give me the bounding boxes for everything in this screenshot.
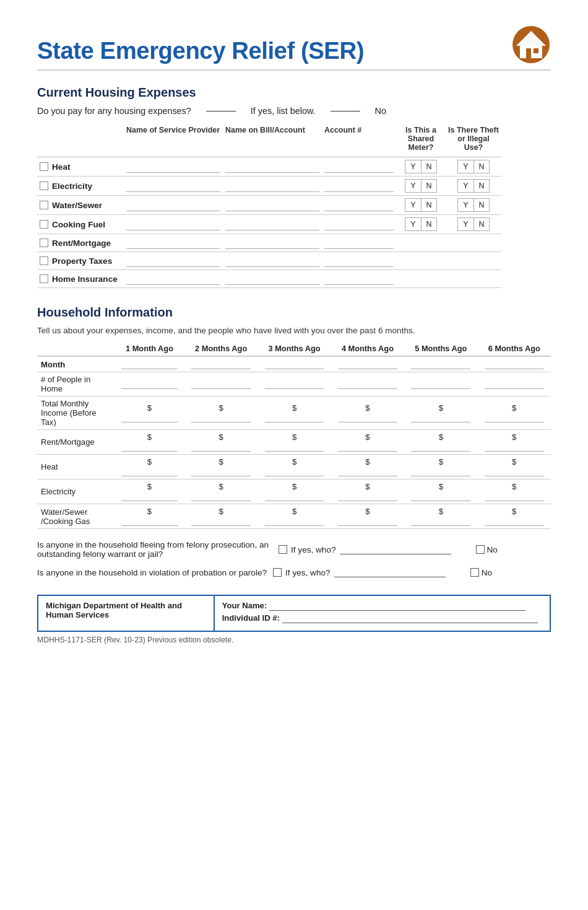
rent-name-input[interactable]: [225, 237, 319, 249]
hh-water-3-input[interactable]: [265, 516, 324, 526]
fleeing-if-yes-checkbox[interactable]: [279, 545, 287, 554]
probation-question-text: Is anyone in the household in violation …: [37, 568, 267, 577]
hh-water-5-input[interactable]: [411, 516, 470, 526]
cookingfuel-shared-n[interactable]: N: [421, 217, 437, 231]
hh-income-1-input[interactable]: [121, 413, 178, 422]
hh-month-1-input[interactable]: [121, 359, 178, 369]
hh-people-1-input[interactable]: [121, 379, 178, 389]
homeins-checkbox[interactable]: [40, 274, 48, 283]
cookingfuel-theft-y[interactable]: Y: [457, 217, 473, 231]
hh-rent-1-input[interactable]: [121, 442, 178, 452]
heat-shared-yn: Y N: [405, 160, 437, 173]
electricity-account-input[interactable]: [324, 180, 394, 192]
heat-theft-y[interactable]: Y: [457, 160, 473, 173]
hh-heat-4-input[interactable]: [338, 466, 397, 476]
homeins-account-input[interactable]: [324, 273, 394, 285]
hh-income-3-input[interactable]: [265, 413, 324, 422]
hh-people-4-input[interactable]: [338, 379, 397, 389]
hh-water-2-input[interactable]: [191, 516, 251, 526]
hh-people-3-input[interactable]: [265, 379, 324, 389]
rent-provider-input[interactable]: [126, 237, 220, 249]
hh-electricity-3-input[interactable]: [265, 491, 324, 501]
hh-water-6-input[interactable]: [485, 516, 544, 526]
hh-income-4-input[interactable]: [338, 413, 397, 422]
electricity-shared-n[interactable]: N: [421, 179, 437, 193]
heat-theft-n[interactable]: N: [473, 160, 490, 173]
water-theft-y[interactable]: Y: [457, 198, 473, 212]
heat-provider-input[interactable]: [126, 160, 220, 173]
hh-rent-4-input[interactable]: [338, 442, 397, 452]
hh-month-6-input[interactable]: [485, 359, 544, 369]
hh-rent-3-input[interactable]: [265, 442, 324, 452]
heat-account-input[interactable]: [324, 160, 394, 173]
electricity-theft-y[interactable]: Y: [457, 179, 473, 193]
row-rent-label: Rent/Mortgage: [37, 234, 124, 252]
hh-income-6-input[interactable]: [485, 413, 544, 422]
heat-checkbox[interactable]: [40, 162, 48, 171]
rent-account-input[interactable]: [324, 237, 394, 249]
cookingfuel-provider-input[interactable]: [126, 218, 220, 230]
electricity-provider-input[interactable]: [126, 180, 220, 192]
propertytax-provider-input[interactable]: [126, 255, 220, 267]
water-shared-y[interactable]: Y: [405, 198, 421, 212]
cookingfuel-shared-y[interactable]: Y: [405, 217, 421, 231]
probation-no-checkbox[interactable]: [470, 568, 479, 577]
hh-heat-3-input[interactable]: [265, 466, 324, 476]
heat-shared-y[interactable]: Y: [405, 160, 421, 173]
hh-rent-6: $: [478, 430, 551, 455]
hh-heat-2-input[interactable]: [191, 466, 251, 476]
hh-heat-5-input[interactable]: [411, 466, 470, 476]
hh-month-5-input[interactable]: [411, 359, 470, 369]
hh-rent-5-input[interactable]: [411, 442, 470, 452]
fleeing-if-yes-input[interactable]: [340, 545, 451, 554]
hh-electricity-6-input[interactable]: [485, 491, 544, 501]
hh-month-2-input[interactable]: [191, 359, 251, 369]
hh-month-4-input[interactable]: [338, 359, 397, 369]
rent-checkbox[interactable]: [40, 238, 48, 247]
hh-month-3-input[interactable]: [265, 359, 324, 369]
probation-if-yes-checkbox[interactable]: [273, 568, 282, 577]
hh-people-6-input[interactable]: [485, 379, 544, 389]
electricity-theft-n[interactable]: N: [473, 179, 490, 193]
hh-income-2-input[interactable]: [191, 413, 251, 422]
hh-water-1-input[interactable]: [121, 516, 178, 526]
homeins-name-input[interactable]: [225, 273, 319, 285]
footer-name-input[interactable]: [269, 601, 525, 611]
water-account-input[interactable]: [324, 199, 394, 211]
propertytax-name-input[interactable]: [225, 255, 319, 267]
electricity-checkbox[interactable]: [40, 182, 48, 190]
cookingfuel-checkbox[interactable]: [40, 220, 48, 229]
footer-id-input[interactable]: [282, 613, 538, 623]
hh-income-5-input[interactable]: [411, 413, 470, 422]
heat-name-input[interactable]: [225, 160, 319, 173]
hh-water-4-input[interactable]: [338, 516, 397, 526]
hh-electricity-2-input[interactable]: [191, 491, 251, 501]
propertytax-checkbox[interactable]: [40, 256, 48, 265]
hh-electricity-5-input[interactable]: [411, 491, 470, 501]
fleeing-no-checkbox[interactable]: [476, 545, 485, 554]
water-shared-n[interactable]: N: [421, 198, 437, 212]
water-name-input[interactable]: [225, 199, 319, 211]
cookingfuel-theft-n[interactable]: N: [473, 217, 490, 231]
hh-people-5-input[interactable]: [411, 379, 470, 389]
cookingfuel-name-input[interactable]: [225, 218, 319, 230]
propertytax-name-cell: [223, 252, 322, 270]
water-checkbox[interactable]: [40, 201, 48, 209]
probation-if-yes-input[interactable]: [334, 567, 446, 577]
heat-shared-n[interactable]: N: [421, 160, 437, 173]
hh-heat-1-input[interactable]: [121, 466, 178, 476]
propertytax-account-input[interactable]: [324, 255, 394, 267]
water-provider-input[interactable]: [126, 199, 220, 211]
electricity-shared-y[interactable]: Y: [405, 179, 421, 193]
homeins-provider-input[interactable]: [126, 273, 220, 285]
hh-rent-6-input[interactable]: [485, 442, 544, 452]
hh-rent-2-input[interactable]: [191, 442, 251, 452]
hh-electricity-4-input[interactable]: [338, 491, 397, 501]
hh-heat-6-input[interactable]: [485, 466, 544, 476]
electricity-name-input[interactable]: [225, 180, 319, 192]
hh-electricity-1-input[interactable]: [121, 491, 178, 501]
cookingfuel-account-input[interactable]: [324, 218, 394, 230]
fleeing-if-yes-label: If yes, who?: [291, 545, 336, 554]
hh-people-2-input[interactable]: [191, 379, 251, 389]
water-theft-n[interactable]: N: [473, 198, 490, 212]
